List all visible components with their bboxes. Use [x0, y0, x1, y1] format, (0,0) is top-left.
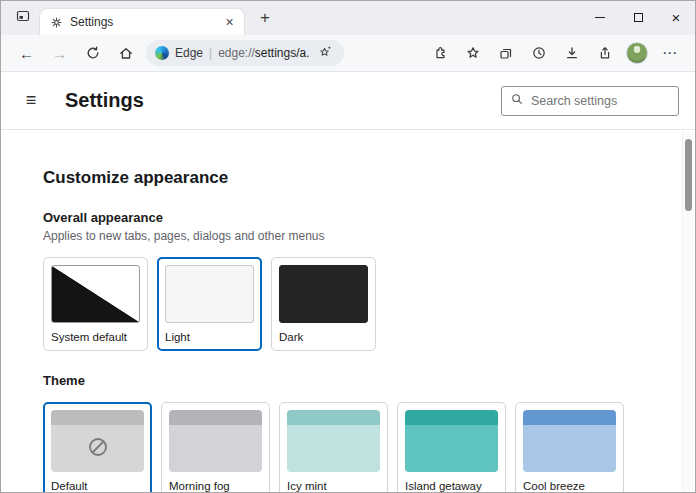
history-clock-icon: [531, 45, 547, 61]
theme-preview-header: [169, 410, 262, 425]
theme-preview-body: [287, 425, 380, 472]
star-sparkle-icon: [318, 44, 333, 63]
theme-card-label: Island getaway: [405, 480, 498, 492]
url-scheme: edge://: [218, 46, 255, 60]
theme-preview: [523, 410, 616, 472]
theme-card-label: Icy mint: [287, 480, 380, 492]
scrollbar-thumb[interactable]: [685, 139, 692, 211]
site-label: Edge: [175, 46, 203, 60]
share-button[interactable]: [588, 39, 621, 67]
no-theme-icon: [87, 436, 109, 462]
theme-options: Default Morning fog Icy mint: [43, 402, 665, 492]
maximize-icon: [634, 13, 643, 22]
history-button[interactable]: [522, 39, 555, 67]
appearance-card-label: Dark: [279, 331, 368, 343]
favorites-button[interactable]: [456, 39, 489, 67]
theme-card-island-getaway[interactable]: Island getaway: [397, 402, 506, 492]
settings-header: ≡ Settings: [1, 72, 695, 130]
theme-preview-header: [523, 410, 616, 425]
back-icon: ←: [19, 45, 34, 62]
more-icon: ⋯: [662, 44, 677, 62]
collections-icon: [498, 45, 514, 61]
theme-card-default[interactable]: Default: [43, 402, 152, 492]
browser-toolbar: ← → Edge | edge://settings/a...: [1, 35, 695, 72]
home-icon: [118, 45, 134, 61]
theme-preview-header: [51, 410, 144, 425]
theme-card-label: Morning fog: [169, 480, 262, 492]
collections-button[interactable]: [489, 39, 522, 67]
theme-card-label: Cool breeze: [523, 480, 616, 492]
close-icon: ×: [225, 14, 233, 30]
page-title: Settings: [65, 89, 144, 112]
refresh-button[interactable]: [76, 39, 109, 67]
window-controls: ×: [581, 1, 695, 33]
theme-preview-header: [287, 410, 380, 425]
theme-preview-body: [51, 425, 144, 472]
new-tab-button[interactable]: +: [252, 5, 278, 31]
theme-preview-header: [405, 410, 498, 425]
close-window-button[interactable]: ×: [657, 1, 695, 33]
theme-preview: [51, 410, 144, 472]
refresh-icon: [85, 45, 101, 61]
minimize-icon: [595, 17, 605, 18]
appearance-card-label: System default: [51, 331, 140, 343]
theme-preview-body: [169, 425, 262, 472]
edge-logo-icon: [155, 46, 169, 60]
tab-actions-icon: [15, 8, 31, 28]
forward-icon: →: [52, 45, 67, 62]
tab-bar: Settings × + ×: [1, 1, 695, 35]
tab-actions-button[interactable]: [11, 6, 35, 30]
minimize-button[interactable]: [581, 1, 619, 33]
appearance-card-label: Light: [165, 331, 254, 343]
downloads-button[interactable]: [555, 39, 588, 67]
extensions-icon: [432, 45, 448, 61]
theme-title: Theme: [43, 373, 665, 388]
system-default-preview: [51, 265, 140, 323]
browser-window: Settings × + × ← →: [0, 0, 696, 493]
theme-preview-body: [405, 425, 498, 472]
tab-title: Settings: [70, 15, 214, 29]
profile-avatar[interactable]: [626, 42, 648, 64]
url-text: edge://settings/a...: [218, 46, 309, 60]
theme-card-label: Default: [51, 480, 144, 492]
theme-card-icy-mint[interactable]: Icy mint: [279, 402, 388, 492]
dark-preview: [279, 265, 368, 323]
settings-content: Customize appearance Overall appearance …: [1, 130, 695, 492]
theme-preview: [287, 410, 380, 472]
settings-menu-button[interactable]: ≡: [17, 87, 45, 115]
theme-preview-body: [523, 425, 616, 472]
theme-preview: [405, 410, 498, 472]
home-button[interactable]: [109, 39, 142, 67]
settings-search-input[interactable]: [531, 94, 670, 108]
appearance-card-light[interactable]: Light: [157, 257, 262, 351]
overall-appearance-title: Overall appearance: [43, 210, 665, 225]
favorites-star-icon: [465, 45, 481, 61]
settings-search-box: [501, 86, 679, 116]
plus-icon: +: [260, 8, 270, 28]
search-icon: [510, 92, 524, 110]
close-icon: ×: [672, 10, 681, 25]
appearance-card-system-default[interactable]: System default: [43, 257, 148, 351]
theme-card-morning-fog[interactable]: Morning fog: [161, 402, 270, 492]
forward-button[interactable]: →: [43, 39, 76, 67]
add-favorite-button[interactable]: [315, 43, 335, 63]
download-icon: [564, 45, 580, 61]
light-preview: [165, 265, 254, 323]
more-menu-button[interactable]: ⋯: [653, 39, 686, 67]
scrollbar-track[interactable]: [682, 131, 694, 491]
appearance-card-dark[interactable]: Dark: [271, 257, 376, 351]
theme-card-cool-breeze[interactable]: Cool breeze: [515, 402, 624, 492]
back-button[interactable]: ←: [10, 39, 43, 67]
tab-close-button[interactable]: ×: [221, 14, 238, 31]
address-divider: |: [209, 46, 212, 60]
overall-appearance-options: System default Light Dark: [43, 257, 665, 351]
gear-icon: [50, 16, 63, 29]
maximize-button[interactable]: [619, 1, 657, 33]
share-icon: [597, 45, 613, 61]
address-bar[interactable]: Edge | edge://settings/a...: [146, 40, 344, 66]
hamburger-icon: ≡: [26, 90, 37, 111]
extensions-button[interactable]: [423, 39, 456, 67]
url-path: settings/a...: [255, 46, 309, 60]
settings-tab[interactable]: Settings ×: [39, 8, 245, 35]
overall-appearance-description: Applies to new tabs, pages, dialogs and …: [43, 229, 665, 243]
